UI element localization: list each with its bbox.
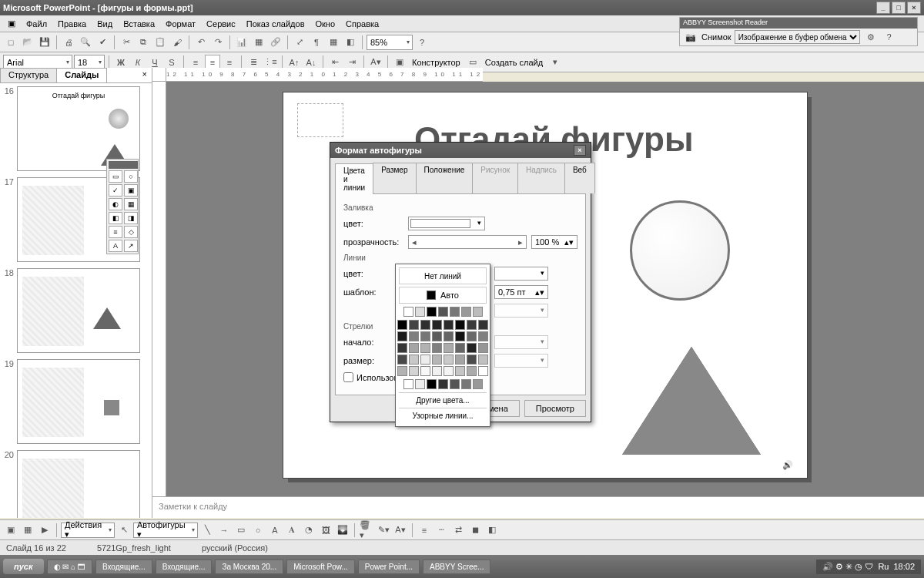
color-swatch[interactable] <box>432 331 442 341</box>
menu-window[interactable]: Окно <box>311 18 340 30</box>
thumbnail-18[interactable]: 18 <box>3 268 149 353</box>
info-icon[interactable]: ? <box>882 29 897 45</box>
destination-select[interactable]: Изображение в буфер обмена <box>735 30 860 44</box>
line-type-combo[interactable] <box>494 267 548 281</box>
color-swatch[interactable] <box>420 355 430 365</box>
select-icon[interactable]: ↖ <box>116 523 132 538</box>
help-icon[interactable]: ? <box>414 35 430 50</box>
recent-swatch[interactable] <box>461 307 471 317</box>
thumbnails-list[interactable]: 16 Отгадай фигуры 17 18 19 20 <box>0 83 152 518</box>
color-swatch[interactable] <box>455 331 465 341</box>
zoom-combo[interactable]: 85% <box>367 35 413 50</box>
shape-btn[interactable]: ≡ <box>109 226 122 238</box>
color-swatch[interactable] <box>432 320 442 330</box>
menu-format[interactable]: Формат <box>161 18 200 30</box>
color-swatch[interactable] <box>409 355 419 365</box>
slider-right-icon[interactable]: ▸ <box>518 237 523 247</box>
color-swatch[interactable] <box>397 343 407 353</box>
fill-color-btn-icon[interactable]: 🪣▾ <box>359 523 374 538</box>
menu-slideshow[interactable]: Показ слайдов <box>242 18 310 30</box>
rectangle-icon[interactable]: ▭ <box>233 523 249 538</box>
save-icon[interactable]: 💾 <box>37 35 52 50</box>
color-icon[interactable]: ◧ <box>343 35 358 50</box>
shape-triangle[interactable] <box>622 347 761 455</box>
color-swatch[interactable] <box>467 343 477 353</box>
color-swatch[interactable] <box>444 320 454 330</box>
transparency-slider[interactable]: ◂▸ <box>408 235 527 249</box>
shade-swatch[interactable] <box>461 379 471 389</box>
fill-color-combo[interactable] <box>408 217 485 230</box>
recent-swatch[interactable] <box>438 307 448 317</box>
taskbar-item[interactable]: Входящие... <box>95 560 152 574</box>
tab-colors-lines[interactable]: Цвета и линии <box>335 163 373 194</box>
preview-icon[interactable]: 🔍 <box>78 35 93 50</box>
transparency-spinner[interactable]: 100 %▴▾ <box>531 235 578 249</box>
oval-icon[interactable]: ○ <box>250 523 266 538</box>
color-swatch[interactable] <box>467 331 477 341</box>
tray-icons[interactable]: 🔊 ⚙ ✳ ◷ 🛡 <box>822 562 873 572</box>
shade-swatch[interactable] <box>438 379 448 389</box>
color-swatch[interactable] <box>478 355 488 365</box>
open-icon[interactable]: 📂 <box>20 35 35 50</box>
color-swatch[interactable] <box>397 331 407 341</box>
color-swatch[interactable] <box>455 320 465 330</box>
color-swatch[interactable] <box>444 331 454 341</box>
picture-icon[interactable]: 🌄 <box>335 523 350 538</box>
paste-icon[interactable]: 📋 <box>152 35 168 50</box>
spell-icon[interactable]: ✔ <box>95 35 110 50</box>
patterned-lines-link[interactable]: Узорные линии... <box>399 408 487 423</box>
color-swatch[interactable] <box>444 355 454 365</box>
shape-btn[interactable]: ▭ <box>109 170 122 183</box>
shade-swatch[interactable] <box>450 379 460 389</box>
notes-pane[interactable]: Заметки к слайду <box>152 496 924 518</box>
gear-icon[interactable]: ⚙ <box>863 29 879 45</box>
color-swatch[interactable] <box>409 320 419 330</box>
color-swatch[interactable] <box>478 366 488 376</box>
color-swatch[interactable] <box>409 366 419 376</box>
shape-btn[interactable]: ◨ <box>124 212 138 224</box>
color-swatch[interactable] <box>409 343 419 353</box>
color-swatch[interactable] <box>467 366 477 376</box>
tab-position[interactable]: Положение <box>416 163 474 193</box>
recent-swatch[interactable] <box>427 307 437 317</box>
taskbar-item[interactable]: Microsoft Pow... <box>286 560 355 574</box>
chart-icon[interactable]: 📊 <box>234 35 249 50</box>
arrow-style-icon[interactable]: ⇄ <box>450 523 466 538</box>
sorter-view-icon[interactable]: ▦ <box>20 523 35 538</box>
dialog-close-icon[interactable]: × <box>574 145 586 156</box>
grid-icon[interactable]: ▦ <box>326 35 341 50</box>
recent-swatch[interactable] <box>450 307 460 317</box>
color-swatch[interactable] <box>420 320 430 330</box>
shape-btn[interactable]: ◧ <box>109 212 122 224</box>
close-button[interactable]: × <box>907 2 921 14</box>
table-icon[interactable]: ▦ <box>251 35 266 50</box>
shape-btn[interactable]: ▦ <box>124 198 138 210</box>
color-swatch[interactable] <box>478 343 488 353</box>
shape-circle[interactable] <box>630 200 730 301</box>
line-color-btn-icon[interactable]: ✎▾ <box>376 523 391 538</box>
autoshapes-menu[interactable]: Автофигуры ▾ <box>133 523 198 538</box>
new-slide-label[interactable]: Создать слайд <box>482 58 546 67</box>
sound-icon[interactable]: 🔊 <box>782 460 793 470</box>
snapshot-icon[interactable]: 📷 <box>683 29 698 45</box>
color-swatch[interactable] <box>420 331 430 341</box>
color-swatch[interactable] <box>455 355 465 365</box>
wordart-icon[interactable]: 𝐀 <box>284 523 300 538</box>
shape-btn[interactable]: A <box>109 240 122 252</box>
color-swatch[interactable] <box>397 355 407 365</box>
color-swatch[interactable] <box>444 366 454 376</box>
color-swatch[interactable] <box>467 320 477 330</box>
system-tray[interactable]: 🔊 ⚙ ✳ ◷ 🛡 Ru 18:02 <box>816 560 921 574</box>
constructor-label[interactable]: Конструктор <box>409 58 464 67</box>
minimize-button[interactable]: _ <box>876 2 890 14</box>
thumbnail-19[interactable]: 19 <box>3 359 149 444</box>
color-swatch[interactable] <box>432 343 442 353</box>
shade-swatch[interactable] <box>403 379 413 389</box>
shade-swatch[interactable] <box>427 379 437 389</box>
shape-btn[interactable]: ○ <box>124 170 138 183</box>
actions-menu[interactable]: Действия ▾ <box>61 523 115 538</box>
menu-tools[interactable]: Сервис <box>202 18 240 30</box>
shape-toolbar[interactable]: ▭○ ✓▣ ◐▦ ◧◨ ≡◇ A↗ <box>106 159 139 254</box>
recent-swatch[interactable] <box>403 307 413 317</box>
diagram-icon[interactable]: ◔ <box>301 523 316 538</box>
